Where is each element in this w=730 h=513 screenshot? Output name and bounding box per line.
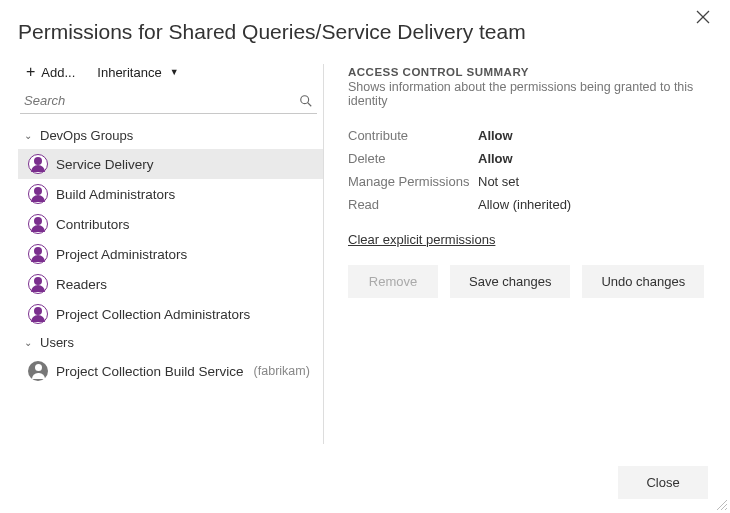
search-icon bbox=[299, 94, 313, 108]
plus-icon: + bbox=[26, 64, 35, 80]
perm-value: Not set bbox=[478, 174, 519, 189]
close-button[interactable]: Close bbox=[618, 466, 708, 499]
group-avatar-icon bbox=[28, 154, 48, 174]
users-list: Project Collection Build Service (fabrik… bbox=[18, 356, 323, 386]
devops-group-list: Service Delivery Build Administrators Co… bbox=[18, 149, 323, 329]
group-avatar-icon bbox=[28, 304, 48, 324]
remove-button[interactable]: Remove bbox=[348, 265, 438, 298]
svg-point-2 bbox=[301, 95, 309, 103]
chevron-down-icon: ⌄ bbox=[24, 337, 36, 348]
identity-label: Readers bbox=[56, 277, 107, 292]
perm-row-contribute[interactable]: Contribute Allow bbox=[348, 124, 712, 147]
group-avatar-icon bbox=[28, 184, 48, 204]
svg-line-3 bbox=[308, 102, 312, 106]
group-header-label: DevOps Groups bbox=[40, 128, 133, 143]
permissions-dialog: Permissions for Shared Queries/Service D… bbox=[0, 0, 730, 513]
user-avatar-icon bbox=[28, 361, 48, 381]
identity-label: Project Collection Build Service bbox=[56, 364, 244, 379]
group-header-users[interactable]: ⌄ Users bbox=[18, 329, 323, 356]
identity-panel: + Add... Inheritance ▼ ⌄ DevOps Groups bbox=[18, 64, 323, 444]
perm-label: Read bbox=[348, 197, 478, 212]
group-header-devops[interactable]: ⌄ DevOps Groups bbox=[18, 122, 323, 149]
resize-grip-icon[interactable] bbox=[714, 497, 728, 511]
group-avatar-icon bbox=[28, 244, 48, 264]
svg-line-6 bbox=[725, 508, 727, 510]
perm-label: Manage Permissions bbox=[348, 174, 478, 189]
close-icon[interactable] bbox=[696, 10, 716, 30]
identity-label: Service Delivery bbox=[56, 157, 154, 172]
clear-explicit-permissions-link[interactable]: Clear explicit permissions bbox=[348, 232, 712, 247]
identity-label: Project Administrators bbox=[56, 247, 187, 262]
acs-panel: ACCESS CONTROL SUMMARY Shows information… bbox=[324, 64, 712, 444]
perm-label: Delete bbox=[348, 151, 478, 166]
identity-item-build-administrators[interactable]: Build Administrators bbox=[18, 179, 323, 209]
identity-item-service-delivery[interactable]: Service Delivery bbox=[18, 149, 323, 179]
caret-down-icon: ▼ bbox=[170, 67, 179, 77]
group-avatar-icon bbox=[28, 274, 48, 294]
perm-value: Allow (inherited) bbox=[478, 197, 571, 212]
perm-label: Contribute bbox=[348, 128, 478, 143]
identity-label: Project Collection Administrators bbox=[56, 307, 250, 322]
acs-heading: ACCESS CONTROL SUMMARY bbox=[348, 66, 712, 78]
identity-item-contributors[interactable]: Contributors bbox=[18, 209, 323, 239]
search-input[interactable] bbox=[22, 92, 299, 109]
identity-suffix: (fabrikam) bbox=[254, 364, 310, 378]
dialog-title: Permissions for Shared Queries/Service D… bbox=[18, 20, 712, 44]
identity-item-readers[interactable]: Readers bbox=[18, 269, 323, 299]
save-changes-button[interactable]: Save changes bbox=[450, 265, 570, 298]
perm-row-manage-permissions[interactable]: Manage Permissions Not set bbox=[348, 170, 712, 193]
identity-label: Contributors bbox=[56, 217, 130, 232]
identity-label: Build Administrators bbox=[56, 187, 175, 202]
add-label: Add... bbox=[41, 65, 75, 80]
acs-subtext: Shows information about the permissions … bbox=[348, 80, 712, 108]
identity-item-project-administrators[interactable]: Project Administrators bbox=[18, 239, 323, 269]
perm-row-delete[interactable]: Delete Allow bbox=[348, 147, 712, 170]
add-button[interactable]: + Add... bbox=[26, 64, 75, 80]
identity-item-build-service[interactable]: Project Collection Build Service (fabrik… bbox=[18, 356, 323, 386]
group-avatar-icon bbox=[28, 214, 48, 234]
inheritance-dropdown[interactable]: Inheritance ▼ bbox=[97, 65, 178, 80]
undo-changes-button[interactable]: Undo changes bbox=[582, 265, 704, 298]
perm-value: Allow bbox=[478, 151, 513, 166]
inheritance-label: Inheritance bbox=[97, 65, 161, 80]
perm-value: Allow bbox=[478, 128, 513, 143]
chevron-down-icon: ⌄ bbox=[24, 130, 36, 141]
perm-row-read[interactable]: Read Allow (inherited) bbox=[348, 193, 712, 216]
group-header-label: Users bbox=[40, 335, 74, 350]
identity-item-project-collection-administrators[interactable]: Project Collection Administrators bbox=[18, 299, 323, 329]
search-box[interactable] bbox=[20, 90, 317, 114]
